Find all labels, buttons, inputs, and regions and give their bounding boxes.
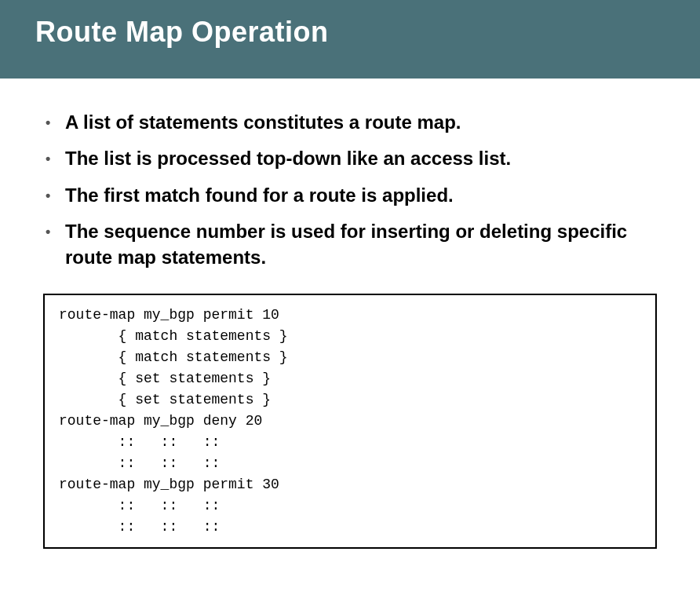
code-line: route-map my_bgp deny 20 bbox=[59, 413, 262, 429]
code-line: { match statements } bbox=[59, 349, 288, 365]
code-line: { match statements } bbox=[59, 328, 288, 344]
code-example-box: route-map my_bgp permit 10 { match state… bbox=[43, 294, 657, 549]
code-line: { set statements } bbox=[59, 392, 271, 407]
code-line: :: :: :: bbox=[59, 455, 220, 471]
code-line: route-map my_bgp permit 30 bbox=[59, 477, 279, 492]
slide-title: Route Map Operation bbox=[35, 16, 665, 49]
code-line: :: :: :: bbox=[59, 498, 220, 513]
bullet-list: A list of statements constitutes a route… bbox=[43, 110, 657, 270]
bullet-item: The first match found for a route is app… bbox=[43, 183, 657, 208]
bullet-item: The sequence number is used for insertin… bbox=[43, 219, 657, 270]
code-line: { set statements } bbox=[59, 371, 271, 386]
code-line: :: :: :: bbox=[59, 519, 220, 535]
slide-content: A list of statements constitutes a route… bbox=[0, 79, 700, 564]
bullet-item: A list of statements constitutes a route… bbox=[43, 110, 657, 135]
code-line: route-map my_bgp permit 10 bbox=[59, 307, 279, 323]
slide-header: Route Map Operation bbox=[0, 0, 700, 79]
bullet-item: The list is processed top-down like an a… bbox=[43, 146, 657, 171]
code-line: :: :: :: bbox=[59, 434, 220, 450]
